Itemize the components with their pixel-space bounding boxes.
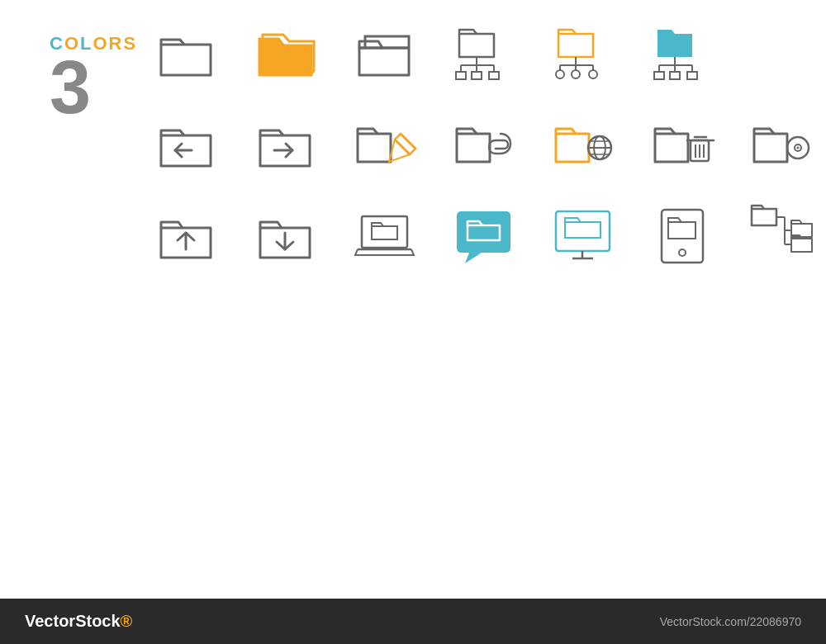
tablet-folder-icon (644, 199, 719, 273)
folder-arrow-right-icon (248, 108, 322, 182)
svg-rect-24 (687, 72, 697, 79)
footer: VectorStock® VectorStock.com/22086970 (0, 599, 826, 644)
icon-row-1 (149, 17, 818, 92)
svg-point-16 (589, 70, 597, 78)
svg-point-15 (572, 70, 580, 78)
folder-empty-icon (149, 17, 223, 92)
svg-point-42 (796, 146, 799, 149)
folder-edit-icon (347, 108, 421, 182)
svg-rect-45 (362, 216, 407, 248)
svg-rect-8 (489, 72, 499, 79)
folder-hierarchy-icon (743, 199, 818, 273)
folder-network-filled-icon (644, 17, 719, 92)
folder-disc-icon (743, 108, 818, 182)
folder-arrow-left-icon (149, 108, 223, 182)
icon-row-3 (149, 199, 818, 273)
svg-rect-49 (556, 211, 610, 251)
svg-rect-6 (456, 72, 466, 79)
footer-logo: VectorStock® (25, 612, 132, 631)
icons-grid (149, 17, 818, 273)
svg-marker-48 (465, 253, 482, 263)
folder-upload-icon (149, 199, 223, 273)
svg-rect-23 (670, 72, 680, 79)
svg-rect-7 (472, 72, 482, 79)
registered-symbol: ® (121, 612, 133, 630)
folder-open-icon (347, 17, 421, 92)
number-3: 3 (50, 50, 137, 125)
monitor-folder-icon (545, 199, 620, 273)
folder-attachment-icon (446, 108, 520, 182)
svg-point-53 (679, 249, 686, 256)
folder-filled-icon (248, 17, 322, 92)
svg-point-14 (556, 70, 564, 78)
folder-delete-icon (644, 108, 719, 182)
folder-download-icon (248, 199, 322, 273)
folder-web-icon (545, 108, 620, 182)
icon-row-2 (149, 108, 818, 182)
chat-folder-icon (446, 199, 520, 273)
laptop-folder-icon (347, 199, 421, 273)
folder-network-circles-icon (545, 17, 620, 92)
svg-rect-22 (654, 72, 664, 79)
main-content: COLORS 3 (0, 0, 826, 594)
footer-url: VectorStock.com/22086970 (660, 615, 801, 628)
title-section: COLORS 3 (50, 33, 137, 125)
svg-rect-47 (457, 211, 510, 253)
folder-network-icon (446, 17, 520, 92)
